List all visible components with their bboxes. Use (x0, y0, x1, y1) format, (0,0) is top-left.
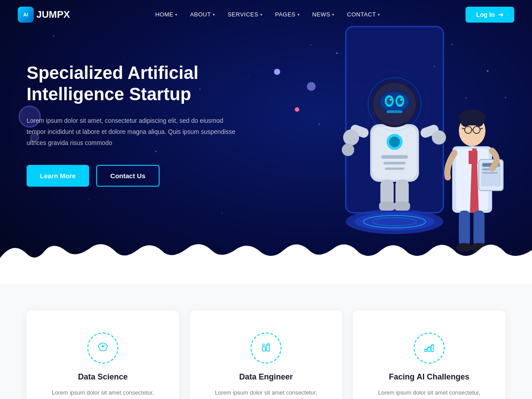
service-icon-ai-challenges (414, 332, 445, 364)
services-grid: Data Science Lorem ipsum dolor sit amet … (27, 310, 505, 399)
svg-point-78 (429, 347, 430, 348)
nav-item-news[interactable]: NEWS ▾ (312, 11, 335, 18)
svg-point-19 (387, 98, 392, 105)
svg-point-25 (343, 129, 359, 145)
svg-point-26 (342, 144, 354, 156)
svg-point-66 (102, 345, 104, 348)
svg-point-16 (380, 92, 409, 112)
hero-description: Lorem ipsum dolor sit amet, consectetur … (27, 115, 239, 149)
arrow-right-icon: ➜ (498, 11, 504, 18)
svg-point-20 (397, 98, 403, 105)
logo-icon: AI (18, 7, 34, 23)
svg-line-67 (100, 344, 101, 345)
service-title-1: Data Engineer (203, 372, 329, 382)
svg-point-41 (469, 113, 476, 120)
svg-point-9 (389, 137, 400, 147)
svg-rect-70 (266, 345, 270, 351)
nav-item-pages[interactable]: PAGES ▾ (275, 11, 300, 18)
svg-point-65 (434, 66, 435, 67)
svg-rect-76 (431, 345, 434, 352)
svg-point-77 (425, 349, 426, 350)
nav-item-contact[interactable]: CONTACT ▾ (347, 11, 380, 18)
svg-rect-69 (262, 347, 266, 351)
svg-rect-71 (262, 344, 264, 346)
contact-us-button[interactable]: Contact Us (96, 165, 160, 187)
cloud-decoration (0, 231, 532, 284)
brand-name: JUMPX (36, 9, 70, 20)
service-title-0: Data Science (40, 372, 166, 382)
svg-point-79 (432, 344, 433, 346)
login-button[interactable]: Log In ➜ (466, 7, 514, 23)
service-card-data-science: Data Science Lorem ipsum dolor sit amet … (27, 310, 179, 399)
chevron-down-icon: ▾ (175, 12, 178, 17)
svg-rect-23 (387, 110, 403, 113)
svg-line-68 (105, 344, 106, 345)
service-icon-data-science (87, 332, 118, 364)
svg-point-60 (336, 52, 338, 54)
svg-rect-10 (381, 155, 408, 159)
svg-point-64 (319, 124, 320, 125)
svg-point-61 (452, 44, 453, 45)
nav-item-services[interactable]: SERVICES ▾ (227, 11, 262, 18)
svg-point-63 (505, 97, 506, 98)
svg-rect-11 (383, 162, 406, 164)
svg-rect-32 (394, 202, 410, 211)
svg-rect-51 (482, 172, 498, 174)
service-desc-1: Lorem ipsum dolor sit amet consectetur, … (203, 388, 329, 399)
learn-more-button[interactable]: Learn More (27, 165, 89, 187)
service-desc-0: Lorem ipsum dolor sit amet consectetur, … (40, 388, 166, 399)
chevron-down-icon: ▾ (332, 12, 335, 17)
service-desc-2: Lorem ipsum dolor sit amet consectetur, … (366, 388, 492, 399)
svg-rect-36 (469, 151, 477, 164)
chevron-down-icon: ▾ (260, 12, 263, 17)
nav-menu: HOME ▾ ABOUT ▾ SERVICES ▾ PAGES ▾ NEWS (155, 11, 380, 18)
svg-rect-12 (385, 168, 404, 170)
service-icon-data-engineer (250, 332, 282, 364)
hero-title: Specialized Artificial Intelligence Star… (27, 62, 239, 105)
service-card-ai-challenges: Facing AI Challenges Lorem ipsum dolor s… (353, 310, 505, 399)
svg-point-62 (487, 70, 489, 72)
navbar: AI JUMPX HOME ▾ ABOUT ▾ SERVICES ▾ PAGES (0, 0, 532, 29)
svg-rect-31 (379, 202, 395, 211)
svg-point-21 (390, 99, 391, 101)
chevron-down-icon: ▾ (378, 12, 380, 17)
hero-content: Specialized Artificial Intelligence Star… (0, 0, 266, 222)
svg-point-28 (432, 130, 446, 145)
svg-point-22 (400, 99, 402, 101)
nav-item-home[interactable]: HOME ▾ (155, 11, 178, 18)
logo[interactable]: AI JUMPX (18, 7, 70, 23)
service-card-data-engineer: Data Engineer Lorem ipsum dolor sit amet… (190, 310, 342, 399)
nav-item-about[interactable]: ABOUT ▾ (190, 11, 215, 18)
hero-buttons: Learn More Contact Us (27, 165, 239, 187)
chevron-down-icon: ▾ (297, 12, 300, 17)
services-section: Data Science Lorem ipsum dolor sit amet … (0, 284, 532, 399)
chevron-down-icon: ▾ (213, 12, 215, 17)
service-title-2: Facing AI Challenges (366, 372, 492, 382)
hero-section: Specialized Artificial Intelligence Star… (0, 0, 532, 284)
